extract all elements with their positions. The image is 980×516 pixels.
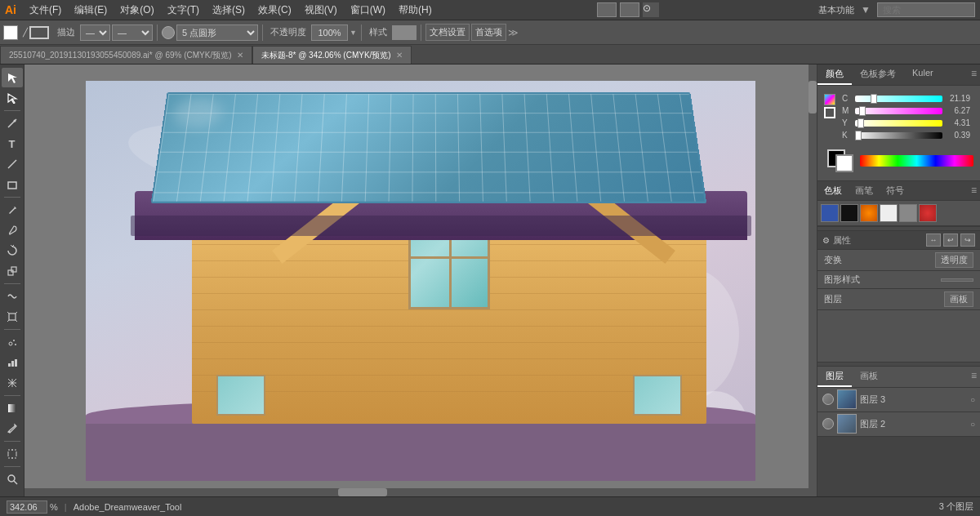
layers-panel-menu[interactable]: ≡ bbox=[968, 367, 980, 387]
symbol-sprayer-tool[interactable] bbox=[2, 332, 23, 352]
tab-color-reference[interactable]: 色板参考 bbox=[852, 64, 904, 85]
tab-layers[interactable]: 图层 bbox=[817, 367, 852, 387]
stroke-mode-icon[interactable] bbox=[824, 107, 835, 118]
search-input[interactable] bbox=[877, 2, 975, 17]
y-value: 4.31 bbox=[946, 118, 970, 127]
menu-edit[interactable]: 编辑(E) bbox=[68, 2, 114, 19]
swatch-blue[interactable] bbox=[821, 204, 839, 222]
k-track[interactable] bbox=[855, 132, 942, 139]
swatch-red[interactable] bbox=[919, 204, 937, 222]
artboard-tool[interactable] bbox=[2, 444, 23, 464]
mesh-tool[interactable] bbox=[2, 373, 23, 393]
layer-3-expand[interactable]: ○ bbox=[970, 395, 975, 404]
canvas-scrollbar-v[interactable] bbox=[808, 64, 817, 496]
ap-btn-3[interactable]: ↪ bbox=[960, 234, 975, 247]
type-tool[interactable]: T bbox=[2, 134, 23, 153]
warp-tool[interactable] bbox=[2, 287, 23, 306]
pencil-tool[interactable] bbox=[2, 200, 23, 220]
eyedropper-tool[interactable] bbox=[2, 419, 23, 438]
fill-color[interactable] bbox=[3, 25, 18, 40]
transform-row: 变换 透明度 bbox=[817, 250, 980, 271]
menu-type[interactable]: 文字(T) bbox=[161, 2, 206, 19]
direct-selection-tool[interactable] bbox=[2, 88, 23, 108]
c-thumb[interactable] bbox=[871, 94, 877, 104]
rect-tool[interactable] bbox=[2, 175, 23, 194]
graph-tool[interactable] bbox=[2, 353, 23, 372]
menu-file[interactable]: 文件(F) bbox=[23, 2, 68, 19]
tool-sep-5 bbox=[4, 395, 20, 396]
layer-2-visibility[interactable] bbox=[822, 418, 834, 429]
doc-settings-button[interactable]: 文档设置 bbox=[425, 24, 470, 41]
tab-swatches[interactable]: 色板 bbox=[817, 181, 849, 200]
m-thumb[interactable] bbox=[859, 106, 866, 116]
background-swatch[interactable] bbox=[835, 154, 853, 172]
rotate-tool[interactable] bbox=[2, 241, 23, 260]
scale-tool[interactable] bbox=[2, 261, 23, 281]
graphic-style-value[interactable] bbox=[941, 278, 973, 282]
cmyk-mode-icon[interactable] bbox=[824, 94, 835, 105]
layer-3-item[interactable]: 图层 3 ○ bbox=[817, 388, 980, 412]
opacity-input[interactable] bbox=[311, 24, 348, 41]
ap-btn-1[interactable]: ↔ bbox=[926, 234, 941, 247]
swatch-orange[interactable] bbox=[860, 204, 878, 222]
transform-label: 变换 bbox=[824, 254, 932, 266]
layer-value[interactable]: 画板 bbox=[944, 291, 973, 307]
tab-1-close[interactable]: ✕ bbox=[237, 51, 243, 60]
tab-2-close[interactable]: ✕ bbox=[396, 51, 403, 60]
swatch-black[interactable] bbox=[840, 204, 858, 222]
gradient-tool[interactable] bbox=[2, 398, 23, 418]
tab-artboard[interactable]: 画板 bbox=[852, 367, 886, 387]
brush-selector[interactable]: 5 点圆形 bbox=[176, 24, 258, 41]
swatch-gray[interactable] bbox=[899, 204, 917, 222]
tool-sep-1 bbox=[4, 110, 20, 111]
spectrum-bar[interactable] bbox=[860, 155, 973, 167]
c-track[interactable] bbox=[855, 96, 942, 102]
tab-2[interactable]: 未标题-8* @ 342.06% (CMYK/预览) ✕ bbox=[252, 46, 412, 64]
menu-help[interactable]: 帮助(H) bbox=[392, 2, 439, 19]
layer-2-item[interactable]: 图层 2 ○ bbox=[817, 412, 980, 437]
tab-color[interactable]: 颜色 bbox=[817, 64, 852, 85]
zoom-input[interactable] bbox=[7, 500, 47, 514]
pen-tool[interactable] bbox=[2, 113, 23, 133]
layer-3-visibility[interactable] bbox=[822, 394, 834, 405]
menu-object[interactable]: 对象(O) bbox=[114, 2, 160, 19]
line-tool[interactable] bbox=[2, 154, 23, 174]
brush-tool[interactable] bbox=[2, 220, 23, 240]
zoom-tool[interactable] bbox=[2, 469, 23, 489]
y-track[interactable] bbox=[855, 120, 942, 127]
tab-brushes[interactable]: 画笔 bbox=[849, 181, 880, 200]
stroke-style[interactable]: — bbox=[112, 24, 153, 41]
graphic-style-row: 图形样式 bbox=[817, 271, 980, 289]
tab-symbols[interactable]: 符号 bbox=[880, 181, 911, 200]
k-thumb[interactable] bbox=[855, 131, 862, 140]
ap-btn-2[interactable]: ↩ bbox=[943, 234, 958, 247]
canvas-scrollbar-h[interactable] bbox=[24, 488, 808, 496]
workspace-dropdown[interactable]: ▼ bbox=[861, 4, 871, 16]
toolbar-more[interactable]: ≫ bbox=[508, 27, 519, 38]
opacity-dropdown[interactable]: ▼ bbox=[350, 29, 357, 37]
menu-view[interactable]: 视图(V) bbox=[298, 2, 344, 19]
swatch-white[interactable] bbox=[880, 204, 898, 222]
menu-select[interactable]: 选择(S) bbox=[206, 2, 252, 19]
tab-1[interactable]: 25510740_20191130193055450089.ai* @ 69% … bbox=[0, 46, 252, 64]
free-transform-tool[interactable] bbox=[2, 307, 23, 327]
m-track[interactable] bbox=[855, 108, 942, 114]
preferences-button[interactable]: 首选项 bbox=[471, 24, 506, 41]
menu-window[interactable]: 窗口(W) bbox=[344, 2, 392, 19]
style-preview[interactable] bbox=[392, 25, 416, 40]
scrollbar-thumb-h[interactable] bbox=[338, 488, 387, 496]
stroke-color[interactable] bbox=[29, 26, 49, 39]
color-panel-menu[interactable]: ≡ bbox=[968, 64, 980, 85]
svg-rect-13 bbox=[8, 363, 11, 367]
menu-effect[interactable]: 效果(C) bbox=[252, 2, 298, 19]
stroke-weight[interactable]: — bbox=[80, 24, 110, 41]
canvas-area[interactable] bbox=[24, 64, 817, 496]
swatch-panel-menu[interactable]: ≡ bbox=[968, 181, 980, 200]
layer-2-expand[interactable]: ○ bbox=[970, 420, 975, 429]
tab-kuler[interactable]: Kuler bbox=[904, 64, 942, 85]
transform-value[interactable]: 透明度 bbox=[935, 252, 973, 268]
y-thumb[interactable] bbox=[858, 118, 864, 128]
left-toolbar: T bbox=[0, 64, 24, 496]
scrollbar-thumb-v[interactable] bbox=[808, 81, 817, 113]
selection-tool[interactable] bbox=[2, 68, 23, 87]
